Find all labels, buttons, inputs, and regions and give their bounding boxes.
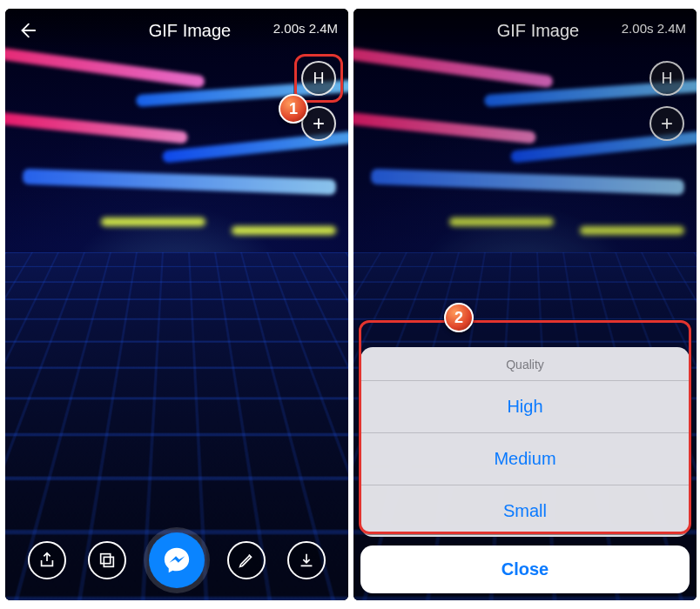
quality-button[interactable]: H [301,61,336,96]
quality-action-sheet: Quality High Medium Small Close [360,347,690,593]
svg-rect-0 [101,554,111,564]
pencil-icon [237,551,256,570]
messenger-button[interactable] [149,532,205,588]
download-button[interactable] [287,541,326,579]
screenshot-left: GIF Image 2.00s 2.4M H + 1 [5,9,348,600]
gif-meta: 2.00s 2.4M [273,21,338,36]
quality-option-small[interactable]: Small [360,485,690,537]
quality-letter: H [313,70,325,88]
svg-rect-1 [104,557,114,566]
layers-button[interactable] [88,541,126,579]
quality-sheet-group: Quality High Medium Small [360,347,690,537]
share-icon [37,551,57,570]
plus-icon: + [313,113,325,134]
header: GIF Image 2.00s 2.4M [5,9,348,52]
quality-close-button[interactable]: Close [360,545,690,593]
quality-sheet-title: Quality [360,347,690,380]
layers-icon [98,551,117,570]
edit-button[interactable] [227,541,266,579]
add-button[interactable]: + [301,106,336,141]
quality-option-medium[interactable]: Medium [360,432,690,485]
bottom-actions [5,532,348,588]
screenshot-right: GIF Image 2.00s 2.4M H + Quality High Me… [353,9,697,600]
messenger-icon [162,545,192,575]
quality-option-high[interactable]: High [360,380,690,432]
share-button[interactable] [28,541,66,579]
gif-preview [5,9,348,600]
download-icon [297,551,316,570]
